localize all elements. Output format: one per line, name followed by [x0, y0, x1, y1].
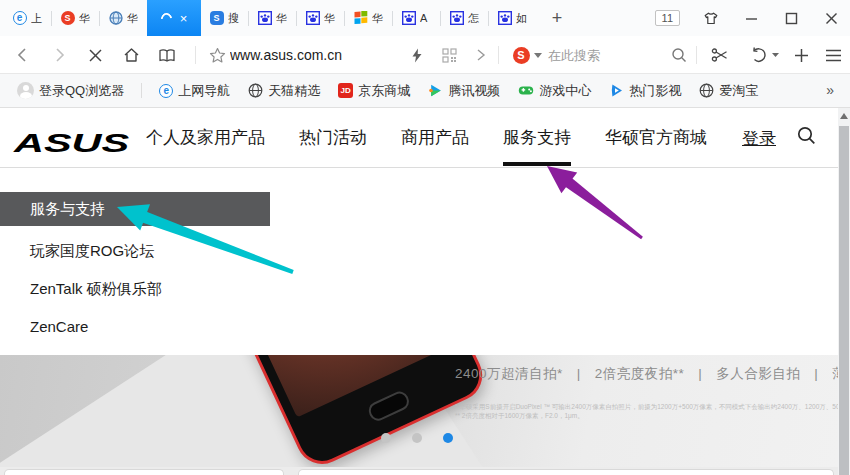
qr-code-icon[interactable] — [438, 44, 460, 66]
new-tab-button[interactable]: + — [544, 5, 570, 31]
favorite-star-icon[interactable] — [206, 44, 228, 66]
browser-tab[interactable]: S 搜 — [201, 0, 248, 36]
search-engine-dropdown-icon[interactable] — [533, 44, 543, 66]
bookmark-item[interactable]: JD 京东商城 — [333, 82, 415, 100]
forward-button[interactable] — [48, 44, 70, 66]
site-nav: 个人及家用产品 热门活动 商用产品 服务支持 华硕官方商城 — [146, 108, 707, 166]
asus-logo[interactable]: ASUS — [14, 128, 129, 158]
banner-headline: 2400万超清自拍* | 2倍亮度夜拍** | 多人合影自拍 | 薄至6.85m… — [455, 365, 838, 383]
tab-title: 搜 — [228, 11, 240, 26]
menu-item-zentalk[interactable]: ZenTalk 硕粉俱乐部 — [0, 272, 162, 306]
webpage-viewport: 2400万超清自拍* | 2倍亮度夜拍** | 多人合影自拍 | 薄至6.85m… — [0, 108, 838, 475]
login-qq-browser[interactable]: 登录QQ浏览器 — [12, 82, 129, 100]
window-controls: 11 — [655, 0, 850, 36]
browser-tab[interactable]: 如 — [489, 0, 536, 36]
content-cards-cutoff — [0, 467, 838, 475]
browser-tab[interactable]: 华 — [100, 0, 147, 36]
tab-count-badge[interactable]: 11 — [655, 10, 680, 26]
loading-spinner-icon — [158, 10, 173, 25]
sogou-search-engine-icon[interactable]: S — [510, 44, 532, 66]
gamepad-icon — [518, 84, 534, 97]
asus-site-header: ASUS 个人及家用产品 热门活动 商用产品 服务支持 华硕官方商城 登录 — [0, 108, 838, 168]
bookmarks-overflow-chevron[interactable]: » — [826, 82, 834, 98]
scrollbar-thumb[interactable] — [839, 126, 849, 475]
menu-item-rog-forum[interactable]: 玩家国度ROG论坛 — [0, 234, 154, 268]
add-plus-icon[interactable] — [790, 44, 812, 66]
hero-banner: 2400万超清自拍* | 2倍亮度夜拍** | 多人合影自拍 | 薄至6.85m… — [0, 355, 838, 467]
support-dropdown-menu: 服务与支持 玩家国度ROG论坛 ZenTalk 硕粉俱乐部 ZenCare — [0, 168, 838, 355]
nav-item-consumer[interactable]: 个人及家用产品 — [146, 126, 265, 149]
carousel-dot-active[interactable] — [443, 433, 453, 443]
home-button[interactable] — [120, 44, 142, 66]
phone-home-button — [366, 389, 412, 424]
bookmark-item[interactable]: 腾讯视频 — [423, 82, 505, 100]
globe-icon — [699, 83, 714, 98]
carousel-dot[interactable] — [381, 433, 391, 443]
nav-item-support[interactable]: 服务支持 — [503, 126, 571, 149]
globe-icon — [248, 83, 263, 98]
maximize-button[interactable] — [782, 9, 800, 27]
search-input[interactable] — [548, 43, 666, 67]
browser-tab[interactable]: 华 — [345, 0, 392, 36]
lightning-speed-icon[interactable] — [406, 44, 428, 66]
address-bar-input[interactable] — [230, 43, 405, 67]
bookmark-item[interactable]: e 上网导航 — [154, 82, 235, 100]
minimize-button[interactable] — [742, 9, 760, 27]
undo-dropdown-icon[interactable] — [770, 44, 780, 66]
site-login-link[interactable]: 登录 — [742, 127, 776, 150]
baidu-paw-icon — [257, 11, 272, 26]
browser-tab[interactable]: S 华 — [52, 0, 99, 36]
tab-title: A — [420, 12, 432, 24]
tab-title: 华 — [324, 11, 336, 26]
menu-item-zencare[interactable]: ZenCare — [0, 310, 88, 344]
tab-title: 怎 — [468, 11, 480, 26]
banner-fine-print: * 华硕采用S前摄开启DuoPixel ™ 可输出2400万像素自拍照片，前摄为… — [455, 402, 838, 420]
menu-hamburger-icon[interactable] — [822, 44, 844, 66]
jd-icon: JD — [338, 83, 353, 98]
tab-title: 华 — [276, 11, 288, 26]
menu-item-service-support[interactable]: 服务与支持 — [0, 192, 270, 226]
close-window-button[interactable] — [822, 9, 840, 27]
play-video-icon — [609, 83, 624, 98]
browser-window: e 上 S 华 华 × S 搜 华 — [0, 0, 850, 475]
qq-browser-icon: e — [12, 11, 27, 26]
browser-tab[interactable]: A — [393, 0, 440, 36]
baidu-paw-icon — [401, 11, 416, 26]
browser-tab-active[interactable]: × — [147, 0, 201, 36]
undo-history-icon[interactable] — [748, 44, 770, 66]
carousel-dot[interactable] — [412, 433, 422, 443]
bookmark-item[interactable]: 天猫精选 — [243, 82, 325, 100]
nav-item-store[interactable]: 华硕官方商城 — [605, 126, 707, 149]
bookmark-item[interactable]: 热门影视 — [604, 82, 686, 100]
toolbar-separator — [696, 46, 697, 64]
tencent-video-icon — [428, 83, 443, 98]
toolbar-separator — [195, 46, 196, 64]
stop-button[interactable] — [84, 44, 106, 66]
bookmark-item[interactable]: 爱淘宝 — [694, 82, 763, 100]
content-card — [298, 469, 834, 475]
bookmark-item[interactable]: 游戏中心 — [513, 82, 596, 100]
scrollbar-up-arrow-icon[interactable] — [840, 113, 848, 119]
screenshot-scissors-icon[interactable] — [708, 44, 730, 66]
tab-title: 华 — [372, 11, 384, 26]
browser-tab[interactable]: 怎 — [441, 0, 488, 36]
sogou-red-icon: S — [60, 11, 75, 26]
tab-title: 如 — [516, 11, 528, 26]
back-button[interactable] — [12, 44, 34, 66]
tab-title: 华 — [127, 11, 139, 26]
reading-list-icon[interactable] — [156, 44, 178, 66]
bookmarks-separator — [141, 83, 142, 98]
skin-tshirt-icon[interactable] — [702, 9, 720, 27]
site-search-icon[interactable] — [797, 126, 816, 145]
close-tab-icon[interactable]: × — [180, 12, 188, 25]
page-scrollbar[interactable] — [838, 108, 850, 475]
login-label: 登录QQ浏览器 — [39, 82, 124, 100]
browser-tab[interactable]: 华 — [297, 0, 344, 36]
nav-item-business[interactable]: 商用产品 — [401, 126, 469, 149]
browser-tab[interactable]: 华 — [249, 0, 296, 36]
nav-item-promotions[interactable]: 热门活动 — [299, 126, 367, 149]
navigation-e-icon: e — [159, 84, 173, 98]
browser-tab[interactable]: e 上 — [4, 0, 51, 36]
expand-chevron-icon[interactable] — [470, 44, 492, 66]
search-magnifier-icon[interactable] — [668, 44, 690, 66]
